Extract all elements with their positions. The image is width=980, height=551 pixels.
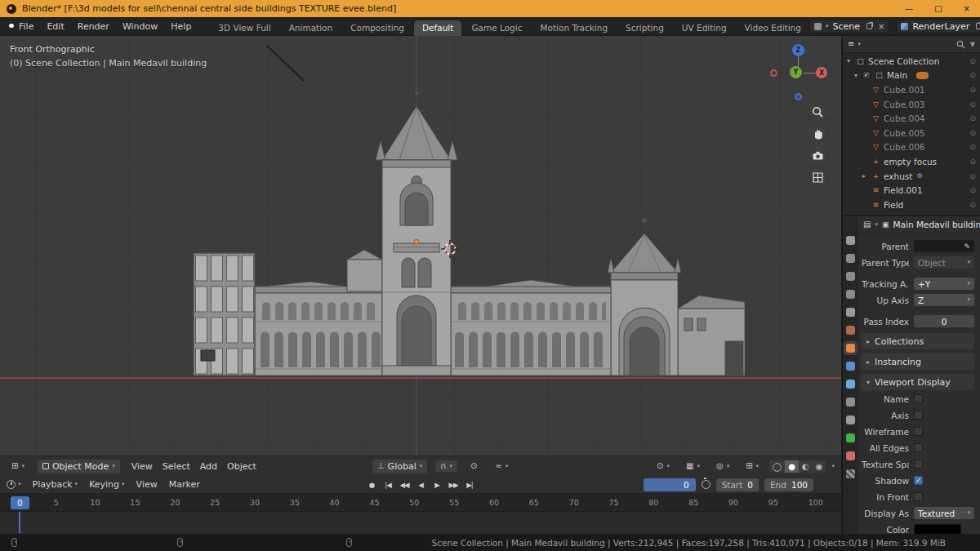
next-keyframe-button[interactable]: ▶▶ <box>447 478 461 491</box>
previous-keyframe-button[interactable]: ◀◀ <box>398 478 412 491</box>
gizmo-negative-z-axis[interactable] <box>795 93 802 100</box>
outliner-row[interactable]: ▾ □ Scene Collection ⊙ <box>843 54 980 69</box>
gizmo-negative-x-axis[interactable] <box>770 69 777 77</box>
collection-checkbox[interactable] <box>862 71 871 79</box>
workspace-tab[interactable]: UV Editing <box>674 20 735 36</box>
properties-tab-constraints-icon[interactable] <box>844 414 857 426</box>
outliner-row[interactable]: ▸ + exhust ⚙ ⊙ <box>843 169 980 184</box>
properties-tab-render-icon[interactable] <box>844 252 857 264</box>
parent-field[interactable]: ✎ <box>914 240 974 252</box>
play-reverse-button[interactable]: ◀ <box>414 478 428 491</box>
visibility-toggle-icon[interactable]: ⊙ <box>969 129 976 137</box>
display-option-checkbox[interactable] <box>914 443 923 452</box>
properties-editor-icon[interactable]: ▤ <box>863 220 871 229</box>
stopwatch-icon[interactable] <box>702 480 710 489</box>
visibility-toggle-icon[interactable]: ⊙ <box>969 114 976 122</box>
material-shading-button[interactable]: ◐ <box>799 460 813 473</box>
timeline-menu[interactable]: Keying ▾ <box>84 478 129 491</box>
gizmo-x-axis[interactable]: X <box>816 67 827 78</box>
timeline-menu[interactable]: View ▾ <box>131 478 163 491</box>
xray-toggle-icon[interactable]: ⊞ ▾ <box>741 460 764 472</box>
viewport-menu[interactable]: Select <box>159 460 194 473</box>
rendered-shading-button[interactable]: ◉ <box>813 460 826 473</box>
outliner-item-label[interactable]: exhust <box>884 171 912 181</box>
properties-tab-physics-icon[interactable] <box>844 396 857 408</box>
outliner-item-label[interactable]: Cube.003 <box>884 100 925 109</box>
outliner-item-label[interactable]: Field <box>884 200 903 210</box>
minimize-button[interactable]: — <box>905 4 913 13</box>
zoom-button[interactable] <box>808 103 826 121</box>
navigation-gizmo[interactable]: Z Y X <box>768 42 830 104</box>
viewport-menu[interactable]: Object <box>224 460 260 473</box>
outliner-row[interactable]: + empty focus ⊙ <box>843 154 980 169</box>
transform-orientation-selector[interactable]: ⊥ Global ▾ <box>372 460 427 473</box>
ortho-toggle-button[interactable] <box>808 168 826 186</box>
scene-selector[interactable]: ▾ Scene × <box>809 19 889 33</box>
pass-index-field[interactable]: 0 <box>914 315 974 327</box>
properties-tab-object-icon[interactable] <box>844 342 857 354</box>
menubar-menu[interactable]: Help <box>165 20 197 33</box>
visibility-toggle-icon[interactable]: ⊙ <box>969 57 976 65</box>
solid-shading-button[interactable]: ● <box>785 460 799 473</box>
gizmo-y-axis[interactable]: Y <box>790 66 802 78</box>
tracking-axis-dropdown[interactable]: +Y ▾ <box>914 278 974 290</box>
close-button[interactable]: × <box>964 4 970 13</box>
visibility-toggle-icon[interactable]: ⊙ <box>969 201 976 209</box>
timeline-track[interactable] <box>0 512 841 533</box>
start-frame-field[interactable]: Start 0 <box>716 478 759 491</box>
disclosure-toggle-icon[interactable]: ▾ <box>847 57 855 64</box>
building-model[interactable] <box>194 91 745 375</box>
play-button[interactable]: ▶ <box>430 478 444 491</box>
overlays-dropdown-icon[interactable]: ◎ ▾ <box>711 460 734 472</box>
outliner-item-label[interactable]: Cube.006 <box>884 142 925 152</box>
display-option-checkbox[interactable] <box>914 460 923 469</box>
timeline-menu[interactable]: Playback ▾ <box>28 478 83 491</box>
gizmo-z-axis[interactable]: Z <box>792 44 804 56</box>
collections-section-header[interactable]: ▸ Collections <box>862 333 974 349</box>
editor-type-selector[interactable]: ⊞ ▾ <box>7 460 29 472</box>
properties-tab-output-icon[interactable] <box>844 270 857 282</box>
end-frame-field[interactable]: End 100 <box>764 478 813 491</box>
properties-tab-object-data-icon[interactable] <box>844 432 857 444</box>
menubar-menu[interactable]: Edit <box>41 20 69 33</box>
workspace-tab[interactable]: Game Logic <box>463 20 530 36</box>
outliner-item-label[interactable]: Cube.005 <box>884 128 925 138</box>
pan-button[interactable] <box>808 124 826 142</box>
properties-tab-particles-icon[interactable] <box>844 378 857 390</box>
scene-name[interactable]: Scene <box>832 21 860 32</box>
current-frame-field[interactable]: 0 <box>644 478 696 491</box>
timeline-ruler[interactable]: 0510152025303540455055606570758085909510… <box>0 494 841 512</box>
display-option-checkbox[interactable] <box>914 411 923 420</box>
gizmos-dropdown-icon[interactable]: ▦ ▾ <box>681 460 705 472</box>
menubar-menu[interactable]: Render <box>72 20 115 33</box>
visibility-toggle-icon[interactable]: ⊙ <box>969 186 976 194</box>
playhead[interactable]: 0 <box>11 496 29 509</box>
display-option-checkbox[interactable] <box>914 476 923 485</box>
outliner-row[interactable]: ▽ Cube.006 ⊙ <box>843 140 980 155</box>
workspace-tab[interactable]: Default <box>414 20 461 36</box>
outliner-item-label[interactable]: Cube.004 <box>884 113 925 123</box>
workspace-tab[interactable]: Compositing <box>342 20 412 36</box>
timeline-menu[interactable]: Marker ▾ <box>164 478 205 491</box>
falloff-selector[interactable]: ≈ ▾ <box>490 460 513 472</box>
timeline-editor-icon[interactable] <box>7 480 16 489</box>
outliner-row[interactable]: ▽ Cube.005 ⊙ <box>843 126 980 140</box>
visibility-toggle-icon[interactable]: ⊙ <box>969 172 976 180</box>
outliner-item-label[interactable]: Cube.001 <box>884 85 925 95</box>
new-layer-icon[interactable] <box>976 23 980 29</box>
viewport-3d[interactable]: Front Orthographic (0) Scene Collection … <box>0 36 841 455</box>
up-axis-dropdown[interactable]: Z ▾ <box>914 294 974 306</box>
jump-to-end-button[interactable]: ▶| <box>463 478 477 491</box>
workspace-tab[interactable]: Video Editing <box>737 20 809 36</box>
object-color-swatch[interactable] <box>914 524 961 535</box>
outliner-row[interactable]: ▽ Cube.001 ⊙ <box>843 82 980 97</box>
visibility-toggle-icon[interactable]: ⊙ <box>969 86 976 94</box>
display-as-dropdown[interactable]: Textured ▾ <box>914 507 974 519</box>
outliner-item-label[interactable]: Scene Collection <box>868 56 939 66</box>
render-layer-name[interactable]: RenderLayer <box>912 21 969 32</box>
snap-toggle[interactable]: ∩ ▾ <box>435 460 457 472</box>
properties-tab-modifiers-icon[interactable] <box>844 360 857 372</box>
outliner-row[interactable]: ▽ Cube.004 ⊙ <box>843 111 980 126</box>
outliner-row[interactable]: ▾ □ Main ⊙ <box>843 69 980 83</box>
proportional-editing-toggle[interactable]: ⊙ <box>466 460 482 472</box>
